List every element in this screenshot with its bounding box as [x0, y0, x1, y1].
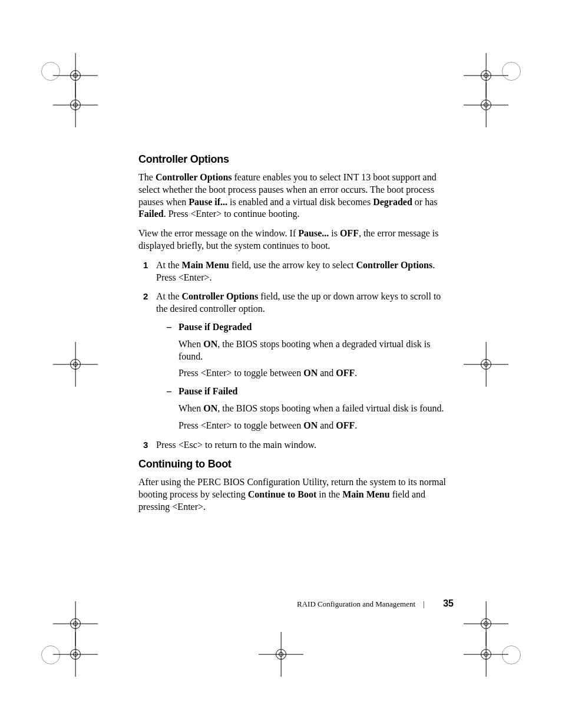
page-body: Controller Options The Controller Option… [138, 153, 454, 521]
list-number: 3 [143, 439, 148, 451]
bold-text: ON [303, 368, 318, 378]
paragraph: When ON, the BIOS stops booting when a f… [178, 403, 454, 415]
bold-text: Continue to Boot [248, 489, 316, 499]
text: or has [412, 197, 438, 207]
text: At the [156, 260, 182, 270]
paragraph: Press <Enter> to toggle between ON and O… [178, 420, 454, 432]
registration-mark-icon [474, 64, 498, 87]
section-heading-controller-options: Controller Options [138, 153, 454, 166]
registration-mark-icon [64, 93, 87, 117]
registration-mark-icon [474, 353, 498, 376]
sub-heading: Pause if Failed [178, 386, 454, 398]
text: , the BIOS stops booting when a failed v… [217, 403, 444, 413]
paragraph: When ON, the BIOS stops booting when a d… [178, 338, 454, 363]
paragraph: After using the PERC BIOS Configuration … [138, 476, 454, 513]
bold-text: OFF [336, 420, 355, 430]
registration-mark-icon [41, 62, 60, 81]
page-footer: RAID Configuration and Management | 35 [138, 598, 454, 609]
text: Press <Enter> to toggle between [178, 420, 303, 430]
bold-text: Controller Options [356, 260, 432, 270]
text: . Press <Enter> to continue booting. [164, 209, 300, 219]
registration-mark-icon [502, 645, 521, 664]
registration-mark-icon [64, 643, 87, 666]
registration-mark-icon [269, 643, 293, 666]
bold-text: ON [303, 420, 318, 430]
text: When [178, 403, 203, 413]
bold-text: ON [203, 339, 217, 349]
bold-text: Failed [138, 209, 164, 219]
bold-text: Degraded [373, 197, 412, 207]
footer-divider: | [423, 599, 425, 608]
list-number: 2 [143, 291, 148, 302]
page-number: 35 [443, 598, 454, 608]
registration-mark-icon [64, 612, 87, 635]
bold-text: OFF [336, 368, 355, 378]
list-item: 2 At the Controller Options field, use t… [138, 291, 454, 431]
bold-text: Controller Options [182, 291, 259, 301]
sub-list-item: – Pause if Degraded When ON, the BIOS st… [156, 321, 454, 380]
text: The [138, 172, 156, 182]
text: Press <Enter> to toggle between [178, 368, 303, 378]
registration-mark-icon [64, 64, 87, 87]
text: . [355, 368, 357, 378]
list-item: 3 Press <Esc> to return to the main wind… [138, 439, 454, 452]
text: and [318, 368, 336, 378]
text: in the [316, 489, 342, 499]
text: and [318, 420, 336, 430]
sub-list: – Pause if Degraded When ON, the BIOS st… [156, 321, 454, 432]
registration-mark-icon [64, 353, 87, 376]
list-item: 1 At the Main Menu field, use the arrow … [138, 259, 454, 284]
bullet-icon: – [167, 321, 171, 334]
bold-text: OFF [340, 228, 359, 238]
bold-text: Main Menu [182, 260, 229, 270]
registration-mark-icon [474, 643, 498, 666]
bold-text: Pause if... [189, 197, 227, 207]
numbered-list: 1 At the Main Menu field, use the arrow … [138, 259, 454, 452]
bullet-icon: – [167, 386, 171, 398]
text: When [178, 339, 203, 349]
list-number: 1 [143, 259, 148, 271]
sub-heading: Pause if Degraded [178, 321, 454, 334]
text: is [329, 228, 340, 238]
text: is enabled and a virtual disk becomes [227, 197, 373, 207]
paragraph: Press <Enter> to toggle between ON and O… [178, 367, 454, 380]
text: . [355, 420, 357, 430]
registration-mark-icon [474, 612, 498, 635]
bold-text: Pause... [298, 228, 329, 238]
text: Press <Esc> to return to the main window… [156, 440, 316, 450]
paragraph: The Controller Options feature enables y… [138, 172, 454, 220]
section-heading-continuing-to-boot: Continuing to Boot [138, 458, 454, 470]
text: At the [156, 291, 182, 301]
footer-title: RAID Configuration and Management [297, 599, 415, 608]
text: View the error message on the window. If [138, 228, 298, 238]
paragraph: View the error message on the window. If… [138, 228, 454, 252]
sub-list-item: – Pause if Failed When ON, the BIOS stop… [156, 386, 454, 431]
registration-mark-icon [41, 645, 60, 664]
bold-text: ON [203, 403, 217, 413]
text: field, use the arrow key to select [229, 260, 356, 270]
registration-mark-icon [474, 93, 498, 117]
bold-text: Main Menu [342, 489, 389, 499]
registration-mark-icon [502, 62, 521, 81]
bold-text: Controller Options [156, 172, 232, 182]
